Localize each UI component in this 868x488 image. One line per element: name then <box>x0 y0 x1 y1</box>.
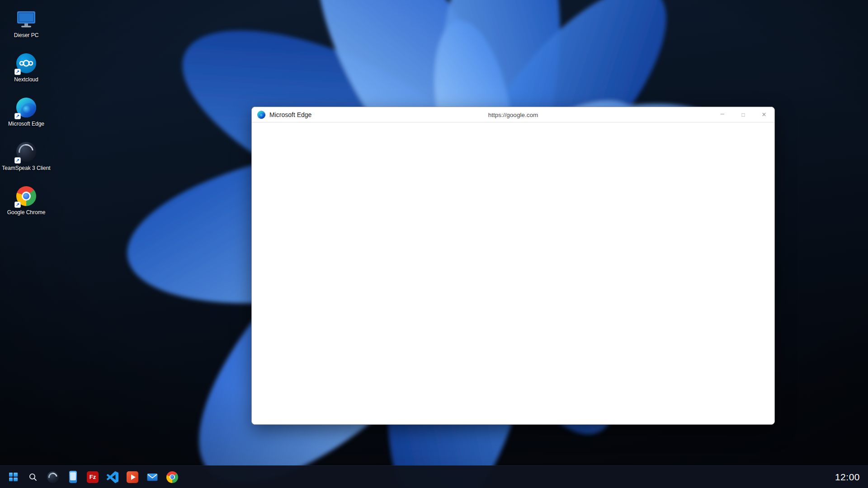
desktop-icon-label: Dieser PC <box>14 32 39 38</box>
taskbar-item-chrome[interactable] <box>163 468 182 487</box>
desktop-icon-label: Nextcloud <box>14 76 38 83</box>
taskbar-item-vscode[interactable] <box>103 468 122 487</box>
window-title: Microsoft Edge <box>269 111 311 118</box>
phone-icon <box>69 471 77 483</box>
nextcloud-icon <box>15 52 37 74</box>
chrome-icon <box>15 185 37 207</box>
vscode-icon <box>107 471 118 483</box>
window-controls: – □ ✕ <box>712 107 774 122</box>
filezilla-icon: Fz <box>87 471 99 483</box>
desktop-icon-nextcloud[interactable]: Nextcloud <box>5 51 48 95</box>
desktop-icon-google-chrome[interactable]: Google Chrome <box>5 183 48 228</box>
shortcut-arrow-icon <box>14 157 21 164</box>
window-url: https://google.com <box>488 111 538 118</box>
window-titlebar[interactable]: Microsoft Edge https://google.com – □ ✕ <box>252 107 774 122</box>
desktop: Dieser PC Nextcloud Microsoft Ed <box>0 0 868 488</box>
taskbar-item-teamspeak[interactable] <box>43 468 62 487</box>
maximize-button[interactable]: □ <box>733 107 754 122</box>
desktop-icon-column: Dieser PC Nextcloud Microsoft Ed <box>5 6 48 228</box>
taskbar-item-filezilla[interactable]: Fz <box>83 468 102 487</box>
taskbar-clock[interactable]: 12:00 <box>835 472 860 483</box>
close-button[interactable]: ✕ <box>754 107 774 122</box>
play-arrow-icon <box>127 471 138 483</box>
desktop-icon-label: Microsoft Edge <box>8 121 44 127</box>
taskbar-item-mail[interactable] <box>143 468 162 487</box>
desktop-icon-teamspeak[interactable]: TeamSpeak 3 Client <box>5 139 48 183</box>
desktop-icon-microsoft-edge[interactable]: Microsoft Edge <box>5 95 48 139</box>
desktop-icon-label: Google Chrome <box>7 209 46 216</box>
this-pc-icon <box>15 8 37 30</box>
window-content[interactable] <box>252 122 774 424</box>
teamspeak-icon <box>47 471 59 483</box>
taskbar: Fz 12:00 <box>0 465 868 488</box>
mail-icon <box>146 471 158 483</box>
chrome-icon <box>166 471 178 483</box>
taskbar-item-media[interactable] <box>123 468 142 487</box>
taskbar-search-button[interactable] <box>24 468 42 487</box>
shortcut-arrow-icon <box>14 113 21 119</box>
desktop-icon-dieser-pc[interactable]: Dieser PC <box>5 6 48 51</box>
taskbar-item-phone-link[interactable] <box>63 468 82 487</box>
shortcut-arrow-icon <box>14 69 21 75</box>
edge-icon <box>15 97 37 118</box>
desktop-icon-label: TeamSpeak 3 Client <box>2 165 50 171</box>
edge-window: Microsoft Edge https://google.com – □ ✕ <box>251 107 775 425</box>
taskbar-start-button[interactable] <box>4 468 23 487</box>
windows-start-icon <box>9 473 18 481</box>
teamspeak-icon <box>15 141 37 163</box>
shortcut-arrow-icon <box>14 202 21 208</box>
edge-icon <box>257 111 265 119</box>
search-icon <box>28 473 38 482</box>
minimize-button[interactable]: – <box>712 107 733 122</box>
